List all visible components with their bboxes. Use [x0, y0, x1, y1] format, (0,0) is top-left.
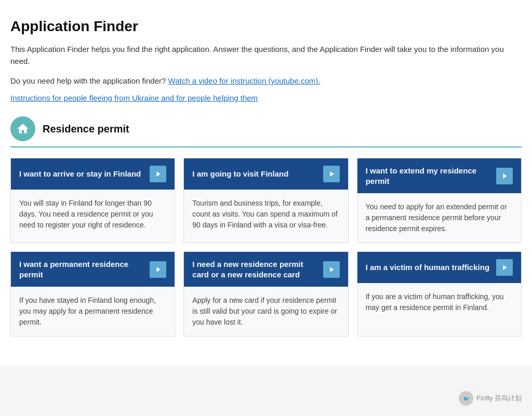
arrow-right-icon	[327, 170, 336, 178]
card-arrow-trafficking	[496, 259, 513, 276]
card-body-trafficking: If you are a victim of human trafficking…	[357, 283, 521, 336]
video-link[interactable]: Watch a video for instruction (youtube.c…	[168, 76, 321, 85]
card-header-text-trafficking: I am a victim of human trafficking	[366, 262, 491, 273]
arrow-right-icon	[154, 170, 162, 178]
card-header-text-permanent: I want a permanent residence permit	[19, 259, 144, 279]
card-header-text-arrive-stay: I want to arrive or stay in Finland	[19, 169, 144, 179]
card-body-permanent: If you have stayed in Finland long enoug…	[11, 287, 175, 336]
card-header-text-extend: I want to extend my residence permit	[366, 166, 491, 186]
card-arrow-extend	[496, 168, 513, 184]
video-prompt: Do you need help with the application fi…	[10, 76, 166, 85]
cards-grid: I want to arrive or stay in FinlandYou w…	[10, 158, 522, 337]
section-header: Residence permit	[10, 116, 522, 141]
card-body-new-card: Apply for a new card if your residence p…	[184, 287, 348, 336]
arrow-right-icon	[327, 265, 336, 274]
arrow-right-icon	[500, 263, 509, 272]
card-header-new-card[interactable]: I need a new residence permit card or a …	[184, 252, 348, 287]
house-icon	[16, 122, 30, 136]
section-icon	[10, 116, 35, 141]
card-header-visit[interactable]: I am going to visit Finland	[184, 158, 348, 190]
card-extend: I want to extend my residence permitYou …	[357, 158, 522, 243]
section-divider	[10, 146, 522, 147]
page-title: Application Finder	[10, 16, 522, 37]
card-header-text-new-card: I need a new residence permit card or a …	[192, 259, 317, 279]
card-header-extend[interactable]: I want to extend my residence permit	[357, 158, 521, 193]
card-visit: I am going to visit FinlandTourism and b…	[183, 158, 348, 243]
card-arrow-permanent	[150, 261, 166, 278]
ukraine-link[interactable]: Instructions for people fleeing from Ukr…	[10, 92, 258, 104]
card-arrow-arrive-stay	[150, 166, 166, 182]
card-permanent: I want a permanent residence permitIf yo…	[10, 251, 175, 337]
card-header-text-visit: I am going to visit Finland	[192, 169, 317, 179]
card-body-extend: You need to apply for an extended permit…	[357, 193, 521, 243]
card-arrow-visit	[323, 166, 340, 182]
card-body-visit: Tourism and business trips, for example,…	[184, 190, 348, 243]
card-body-arrive-stay: You will stay in Finland for longer than…	[11, 190, 175, 243]
card-arrow-new-card	[323, 261, 340, 278]
card-header-permanent[interactable]: I want a permanent residence permit	[11, 252, 175, 287]
page-container: Application Finder This Application Find…	[0, 0, 532, 366]
arrow-right-icon	[500, 172, 509, 180]
card-arrive-stay: I want to arrive or stay in FinlandYou w…	[10, 158, 175, 243]
intro-text: This Application Finder helps you find t…	[10, 44, 522, 67]
card-header-trafficking[interactable]: I am a victim of human trafficking	[357, 252, 521, 283]
card-header-arrive-stay[interactable]: I want to arrive or stay in Finland	[11, 158, 175, 190]
section-title: Residence permit	[43, 121, 129, 137]
card-trafficking: I am a victim of human traffickingIf you…	[357, 251, 522, 337]
arrow-right-icon	[154, 265, 162, 274]
card-new-card: I need a new residence permit card or a …	[183, 251, 348, 337]
video-line: Do you need help with the application fi…	[10, 75, 522, 87]
